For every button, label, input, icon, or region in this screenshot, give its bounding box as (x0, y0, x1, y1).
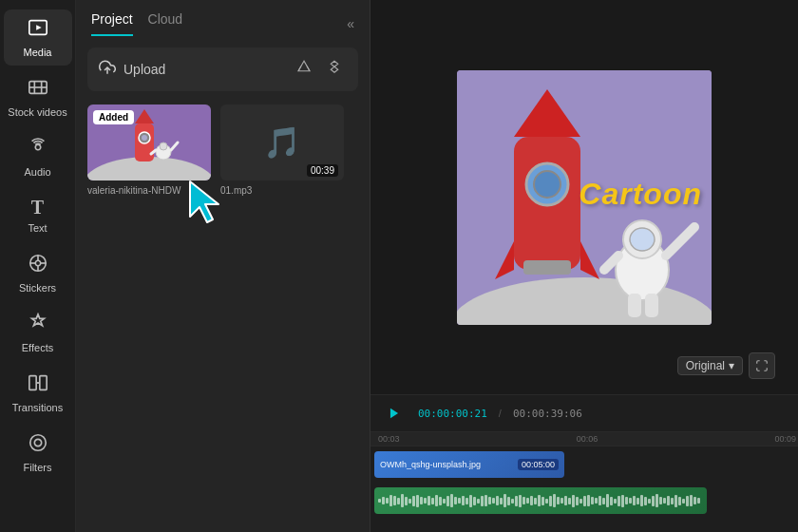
svg-rect-42 (628, 294, 641, 317)
sidebar-item-transitions[interactable]: Transitions (4, 365, 72, 421)
collapse-panel-button[interactable]: « (347, 16, 354, 31)
waveform-bar (568, 498, 571, 504)
waveform-bar (557, 497, 560, 504)
sidebar-item-stickers[interactable]: Stickers (4, 245, 72, 301)
audio-waveform: (function() { const heights = [4,8,6,12,… (374, 487, 707, 514)
waveform-bar (621, 495, 624, 507)
waveform-bar (595, 498, 598, 504)
waveform-bar (694, 497, 696, 504)
ruler-mark-1: 00:03 (378, 434, 518, 444)
stock-icon (28, 77, 48, 103)
sidebar-item-stock[interactable]: Stock videos (4, 69, 72, 125)
waveform-bar (598, 496, 601, 505)
svg-rect-13 (28, 376, 35, 390)
play-button[interactable] (382, 401, 407, 426)
waveform-bar (469, 495, 472, 507)
ruler-mark-2: 00:06 (518, 434, 657, 444)
waveform-bar (439, 497, 442, 505)
quality-dropdown[interactable]: Original ▾ (677, 356, 743, 375)
timeline-tracks: OWMh_qshg-unsplash.jpg 00:05:00 (functio… (370, 446, 798, 532)
right-panel: Cartoon Original ▾ 00:00:00:21 (370, 0, 798, 532)
video-clip-duration: 00:05:00 (518, 459, 559, 470)
svg-point-37 (534, 171, 560, 198)
tab-project[interactable]: Project (91, 11, 133, 36)
waveform-bar (576, 497, 579, 505)
cursor-arrow (182, 177, 230, 229)
google-drive-button[interactable] (292, 57, 316, 82)
waveform-bar (583, 496, 586, 506)
waveform-bar (663, 498, 666, 504)
svg-point-17 (34, 439, 41, 446)
dropbox-button[interactable] (322, 57, 347, 82)
waveform-bar (591, 497, 594, 504)
svg-point-8 (35, 260, 41, 266)
waveform-bar (500, 498, 503, 504)
upload-button[interactable]: Upload (87, 48, 358, 91)
waveform-bar (629, 498, 632, 504)
svg-marker-29 (190, 181, 218, 222)
audio-note-icon: 🎵 (263, 124, 301, 161)
svg-point-41 (630, 228, 655, 251)
waveform-bar (450, 494, 453, 507)
waveform-bar (443, 499, 446, 504)
sidebar-item-filters[interactable]: Filters (4, 425, 72, 481)
sidebar-item-effects[interactable]: Effects (4, 305, 72, 361)
waveform-bar (484, 495, 487, 506)
panel-content: Upload (76, 36, 370, 532)
waveform-bar (652, 496, 655, 506)
media-panel: Project Cloud « Upload (76, 0, 370, 532)
waveform-bar (378, 499, 381, 503)
waveform-bar (526, 498, 529, 504)
waveform-bar (610, 497, 613, 505)
waveform-bar (534, 498, 537, 504)
waveform-bar (408, 499, 411, 504)
waveform-bar (690, 495, 693, 506)
waveform-bar (397, 498, 400, 504)
filters-icon (28, 432, 48, 458)
text-icon: T (31, 197, 44, 218)
waveform-bar (488, 497, 491, 504)
waveform-bar (507, 497, 510, 505)
waveform-bar (640, 495, 643, 506)
sidebar-item-media[interactable]: Media (4, 10, 72, 66)
sidebar-transitions-label: Transitions (12, 402, 63, 413)
waveform-bar (553, 494, 556, 507)
waveform-bar (496, 496, 499, 505)
audio-clip[interactable]: (function() { const heights = [4,8,6,12,… (374, 487, 707, 514)
tab-cloud[interactable]: Cloud (148, 11, 183, 36)
timeline-area: 00:00:00:21 / 00:00:39:06 00:03 00:06 00… (370, 394, 798, 532)
waveform-bar (386, 498, 389, 504)
stickers-icon (28, 253, 48, 278)
waveform-bar (678, 497, 681, 505)
svg-rect-38 (523, 260, 571, 275)
video-clip[interactable]: OWMh_qshg-unsplash.jpg 00:05:00 (374, 451, 564, 478)
waveform-bar (686, 496, 689, 506)
effects-icon (28, 313, 48, 338)
waveform-bar (602, 498, 605, 504)
audio-icon (28, 137, 48, 162)
sidebar-stickers-label: Stickers (19, 282, 56, 294)
waveform-bar (393, 496, 396, 505)
video-thumbnail: Added (87, 104, 211, 180)
sidebar-effects-label: Effects (22, 342, 53, 353)
video-track: OWMh_qshg-unsplash.jpg 00:05:00 (370, 446, 798, 483)
waveform-bar (625, 497, 628, 504)
waveform-bar (458, 498, 461, 504)
waveform-bar (671, 498, 674, 504)
svg-point-26 (160, 142, 167, 150)
audio-track: (function() { const heights = [4,8,6,12,… (370, 483, 798, 519)
waveform-bar (473, 497, 476, 505)
waveform-bar (477, 499, 480, 504)
current-time-display: 00:00:00:21 (418, 408, 487, 420)
waveform-bar (431, 498, 434, 504)
waveform-bar (382, 497, 385, 504)
waveform-bar (659, 497, 662, 504)
sidebar-item-text[interactable]: T Text (4, 189, 72, 241)
waveform-bar (580, 499, 582, 504)
sidebar-item-audio[interactable]: Audio (4, 129, 72, 185)
fullscreen-button[interactable] (749, 352, 775, 379)
waveform-bar (416, 495, 419, 507)
svg-rect-14 (39, 376, 46, 390)
svg-point-6 (35, 144, 41, 150)
total-time-display: 00:00:39:06 (513, 408, 582, 420)
